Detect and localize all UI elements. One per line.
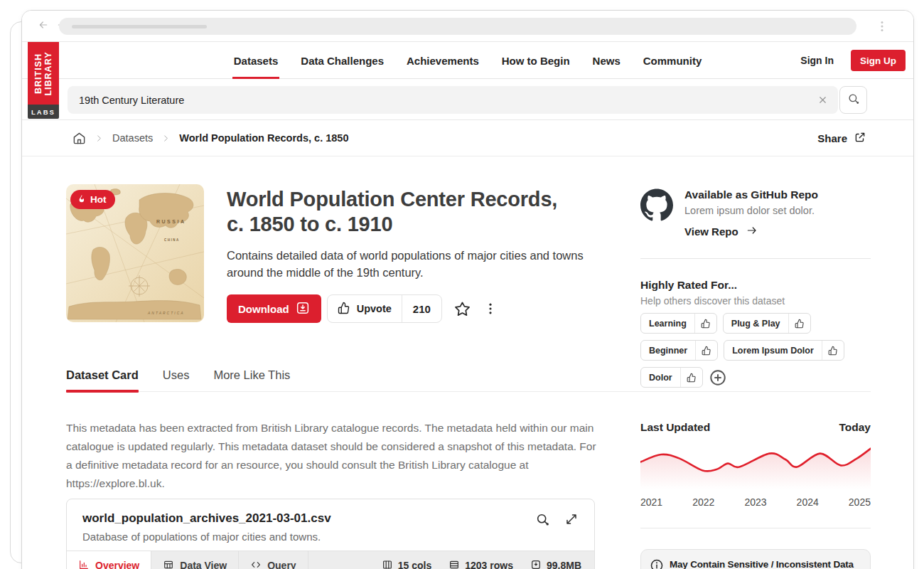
dataset-description: Contains detailed data of world populati… (227, 248, 614, 281)
highly-rated-subtitle: Help others discover this dataset (640, 295, 785, 307)
download-icon (296, 301, 310, 317)
address-placeholder (72, 25, 207, 28)
github-repo-panel: Available as GitHub Repo Lorem ipsum dol… (640, 188, 871, 238)
sign-up-button[interactable]: Sign Up (851, 50, 906, 71)
right-column-divider (640, 258, 871, 259)
chevron-right-icon (95, 134, 103, 142)
tab-more-like-this[interactable]: More Like This (213, 368, 290, 391)
nav-item-community[interactable]: Community (643, 42, 702, 79)
dataset-title: World Population Center Records, c. 1850… (227, 187, 557, 237)
table-grid-icon (163, 559, 174, 569)
year-tick: 2025 (849, 496, 871, 508)
columns-icon (382, 559, 393, 569)
hot-badge-label: Hot (90, 194, 107, 205)
file-name: world_population_archives_2021-03-01.csv (82, 511, 579, 526)
download-size-icon (530, 559, 542, 569)
file-search-icon[interactable] (535, 512, 550, 530)
activity-sparkline-chart (640, 440, 871, 489)
github-logo-icon (640, 188, 673, 238)
nav-item-data-challenges[interactable]: Data Challenges (301, 42, 384, 79)
chevron-right-icon (162, 134, 170, 142)
file-tab-data-view[interactable]: Data View (151, 551, 239, 569)
thumbs-up-icon[interactable] (694, 314, 716, 333)
search-input[interactable] (68, 86, 838, 114)
sign-in-link[interactable]: Sign In (800, 55, 834, 66)
warning-text: May Contain Sensitive / Inconsistent Dat… (670, 559, 854, 569)
hot-badge: Hot (70, 190, 115, 209)
breadcrumb: Datasets World Population Records, c. 18… (22, 120, 913, 156)
top-navbar: Datasets Data Challenges Achievements Ho… (22, 42, 913, 79)
british-library-labs-logo[interactable]: BRITISH LIBRARY LABS (28, 42, 59, 119)
thumbs-up-icon[interactable] (822, 341, 844, 360)
address-bar[interactable] (59, 18, 856, 35)
file-tab-overview[interactable]: Overview (67, 551, 151, 569)
share-icon (854, 131, 866, 146)
labs-logo-label: LABS (28, 105, 59, 119)
activity-header: Last Updated Today (640, 421, 871, 434)
nav-item-datasets[interactable]: Datasets (234, 42, 279, 79)
stat-columns: 15 cols (382, 559, 431, 569)
back-arrow-icon[interactable] (38, 19, 49, 33)
stat-rows: 1203 rows (448, 559, 513, 569)
download-button[interactable]: Download (227, 294, 321, 323)
dataset-actions: Download Upvote 210 (227, 294, 498, 323)
browser-menu-icon[interactable] (876, 20, 888, 36)
highly-rated-title: Highly Rated For... (640, 279, 737, 292)
arrow-right-icon (746, 225, 758, 238)
search-button[interactable] (839, 86, 867, 114)
tab-dataset-card[interactable]: Dataset Card (66, 368, 139, 391)
map-label-russia: RUSSIA (156, 219, 186, 224)
stat-size: 99.8MB (530, 559, 581, 569)
file-subtitle: Database of populations of major cities … (82, 531, 579, 543)
thumbs-up-icon[interactable] (788, 314, 810, 333)
nav-item-achievements[interactable]: Achievements (407, 42, 479, 79)
file-card-tabs: Overview Data View Query 15 cols 1203 ro… (67, 551, 594, 569)
today-label: Today (839, 421, 871, 434)
thumbs-up-icon[interactable] (695, 341, 717, 360)
tag-chip-learning[interactable]: Learning (640, 313, 717, 334)
rows-icon (448, 559, 460, 569)
search-row (22, 79, 913, 120)
overview-chart-icon (78, 559, 90, 569)
nav-item-how-to-begin[interactable]: How to Begin (502, 42, 570, 79)
year-tick: 2024 (797, 496, 819, 508)
search-field[interactable] (79, 95, 817, 106)
tag-chip-plug-and-play[interactable]: Plug & Play (723, 313, 811, 334)
view-repo-link[interactable]: View Repo (684, 225, 818, 238)
breadcrumb-datasets[interactable]: Datasets (112, 132, 153, 144)
right-column-divider-2 (640, 528, 871, 528)
file-tab-query[interactable]: Query (239, 551, 308, 569)
github-panel-title: Available as GitHub Repo (684, 188, 818, 201)
search-icon (847, 92, 860, 107)
more-options-kebab-icon[interactable] (483, 302, 498, 316)
expand-icon[interactable] (564, 512, 579, 530)
browser-window: BRITISH LIBRARY LABS Datasets Data Chall… (21, 10, 914, 569)
breadcrumb-current: World Population Records, c. 1850 (179, 132, 348, 144)
share-button[interactable]: Share (817, 131, 866, 146)
clear-search-icon[interactable] (817, 95, 828, 105)
file-card: world_population_archives_2021-03-01.csv… (66, 499, 595, 569)
year-tick: 2021 (640, 496, 662, 508)
logo-line2: LIBRARY (43, 51, 53, 95)
nav-item-news[interactable]: News (593, 42, 621, 79)
last-updated-label: Last Updated (640, 421, 710, 434)
flame-icon (77, 193, 87, 206)
tab-uses[interactable]: Uses (163, 368, 190, 391)
activity-x-axis: 2021 2022 2023 2024 2025 (640, 496, 871, 508)
upvote-group: Upvote 210 (327, 294, 442, 323)
sensitive-data-warning[interactable]: May Contain Sensitive / Inconsistent Dat… (640, 549, 871, 569)
file-stats: 15 cols 1203 rows 99.8MB (382, 551, 594, 569)
tag-chip-beginner[interactable]: Beginner (640, 340, 718, 361)
favorite-star-icon[interactable] (454, 301, 471, 317)
logo-line1: BRITISH (34, 51, 44, 95)
upvote-button[interactable]: Upvote (328, 295, 402, 322)
year-tick: 2022 (692, 496, 714, 508)
thumbs-up-icon (338, 302, 350, 317)
tag-chip-lorem-ipsum-dolor[interactable]: Lorem Ipsum Dolor (724, 340, 844, 361)
info-icon (650, 558, 664, 569)
code-icon (250, 559, 262, 569)
home-icon[interactable] (72, 132, 86, 145)
section-tabs: Dataset Card Uses More Like This (66, 368, 871, 392)
dataset-card-paragraph: This metadata has been extracted from Br… (66, 419, 599, 493)
upvote-count: 210 (402, 295, 441, 322)
